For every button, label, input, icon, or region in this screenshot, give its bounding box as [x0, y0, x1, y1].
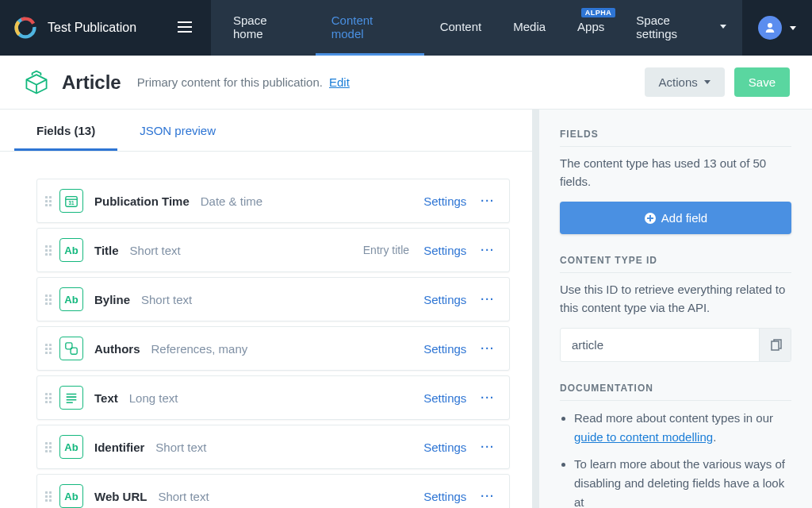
field-actions: Settings··· — [423, 239, 501, 261]
field-type-label: Short text — [130, 244, 181, 257]
field-settings-link[interactable]: Settings — [423, 194, 466, 208]
drag-handle-icon[interactable] — [37, 393, 59, 403]
actions-button[interactable]: Actions — [645, 67, 725, 97]
field-row: AbTitleShort textEntry titleSettings··· — [36, 228, 510, 272]
content-type-id-row: article — [560, 328, 791, 362]
drag-handle-icon[interactable] — [37, 245, 59, 256]
drag-handle-icon[interactable] — [37, 344, 59, 354]
svg-rect-8 — [772, 341, 779, 350]
scrollbar[interactable] — [532, 110, 538, 508]
doc-item: Read more about content types in our gui… — [574, 409, 791, 447]
nav-content[interactable]: Content — [424, 0, 498, 56]
hamburger-icon[interactable] — [173, 17, 197, 40]
field-name: Web URL — [94, 490, 147, 503]
field-type-icon — [59, 386, 83, 410]
drag-handle-icon[interactable] — [37, 442, 59, 452]
field-row: AbIdentifierShort textSettings··· — [36, 425, 510, 469]
field-row: 31Publication TimeDate & timeSettings··· — [36, 179, 510, 223]
field-actions: Settings··· — [423, 436, 501, 458]
plus-circle-icon — [644, 212, 657, 225]
field-settings-link[interactable]: Settings — [423, 244, 466, 257]
field-type-label: References, many — [151, 342, 248, 356]
field-row: AbWeb URLShort textSettings··· — [36, 474, 510, 508]
doc-link-modelling[interactable]: guide to content modelling — [574, 430, 713, 444]
content-type-icon — [22, 68, 51, 97]
content-type-header: Article Primary content for this publica… — [0, 56, 812, 110]
field-list: 31Publication TimeDate & timeSettings···… — [0, 152, 538, 508]
alpha-badge: ALPHA — [581, 8, 616, 17]
doc-item: To learn more about the various ways of … — [574, 455, 791, 508]
field-settings-link[interactable]: Settings — [423, 293, 466, 306]
left-panel: Fields (13) JSON preview 31Publication T… — [0, 110, 538, 508]
svg-text:31: 31 — [68, 200, 75, 206]
field-tag: Entry title — [363, 244, 409, 256]
field-settings-link[interactable]: Settings — [423, 490, 466, 503]
drag-handle-icon[interactable] — [37, 196, 59, 206]
field-actions: Settings··· — [423, 387, 501, 409]
field-actions: Settings··· — [423, 288, 501, 310]
field-type-icon: Ab — [59, 484, 83, 508]
field-actions: Settings··· — [423, 485, 501, 507]
nav-right — [742, 16, 812, 40]
field-row: TextLong textSettings··· — [36, 375, 510, 420]
drag-handle-icon[interactable] — [37, 294, 59, 305]
field-actions: Settings··· — [423, 337, 501, 360]
content-type-id-desc: Use this ID to retrieve everything relat… — [560, 281, 791, 317]
add-field-button[interactable]: Add field — [560, 202, 791, 234]
content-type-id-heading: CONTENT TYPE ID — [560, 255, 791, 273]
nav-space-home[interactable]: Space home — [217, 0, 316, 56]
nav-content-model[interactable]: Content model — [316, 0, 424, 56]
field-settings-link[interactable]: Settings — [423, 441, 466, 454]
tabs: Fields (13) JSON preview — [0, 110, 538, 152]
field-type-icon: Ab — [59, 287, 83, 311]
edit-description-link[interactable]: Edit — [329, 75, 350, 89]
field-type-label: Date & time — [201, 194, 262, 208]
documentation-list: Read more about content types in our gui… — [560, 409, 791, 508]
tab-json-preview[interactable]: JSON preview — [117, 110, 238, 151]
fields-usage-text: The content type has used 13 out of 50 f… — [560, 155, 791, 190]
brand: Test Publication — [0, 17, 211, 40]
drag-handle-icon[interactable] — [37, 491, 59, 502]
chevron-down-icon[interactable] — [790, 26, 796, 30]
right-panel: FIELDS The content type has used 13 out … — [538, 110, 812, 508]
tab-fields[interactable]: Fields (13) — [14, 110, 117, 151]
top-nav: Test Publication Space home Content mode… — [0, 0, 812, 56]
field-actions: Settings··· — [423, 190, 501, 212]
field-name: Title — [94, 244, 119, 257]
field-name: Publication Time — [94, 194, 190, 208]
save-button[interactable]: Save — [734, 67, 790, 97]
main: Fields (13) JSON preview 31Publication T… — [0, 110, 812, 508]
user-avatar[interactable] — [758, 16, 782, 40]
nav-apps[interactable]: AppsALPHA — [561, 0, 620, 56]
field-type-icon — [59, 337, 83, 360]
field-name: Authors — [94, 342, 140, 356]
more-actions-icon[interactable]: ··· — [474, 485, 501, 507]
field-type-icon: 31 — [59, 189, 83, 213]
field-name: Text — [94, 391, 118, 405]
brand-name: Test Publication — [48, 21, 136, 35]
field-settings-link[interactable]: Settings — [423, 342, 466, 356]
field-type-label: Short text — [158, 490, 209, 503]
nav-space-settings[interactable]: Space settings — [620, 0, 742, 56]
field-name: Identifier — [94, 441, 144, 454]
more-actions-icon[interactable]: ··· — [474, 190, 501, 212]
brand-logo-icon — [14, 17, 36, 39]
nav-media[interactable]: Media — [497, 0, 561, 56]
documentation-heading: DOCUMENTATION — [560, 383, 791, 401]
content-type-id-value: article — [561, 329, 759, 361]
field-settings-link[interactable]: Settings — [423, 391, 466, 405]
chevron-down-icon — [704, 80, 710, 84]
field-name: Byline — [94, 293, 130, 306]
copy-icon — [769, 339, 782, 352]
more-actions-icon[interactable]: ··· — [474, 337, 501, 360]
more-actions-icon[interactable]: ··· — [474, 436, 501, 458]
copy-id-button[interactable] — [759, 329, 791, 361]
nav-items: Space home Content model Content Media A… — [211, 0, 742, 56]
fields-heading: FIELDS — [560, 129, 791, 147]
field-row: AuthorsReferences, manySettings··· — [36, 326, 510, 371]
more-actions-icon[interactable]: ··· — [474, 387, 501, 409]
field-type-label: Short text — [155, 441, 206, 454]
more-actions-icon[interactable]: ··· — [474, 239, 501, 261]
field-type-icon: Ab — [59, 238, 83, 262]
more-actions-icon[interactable]: ··· — [474, 288, 501, 310]
